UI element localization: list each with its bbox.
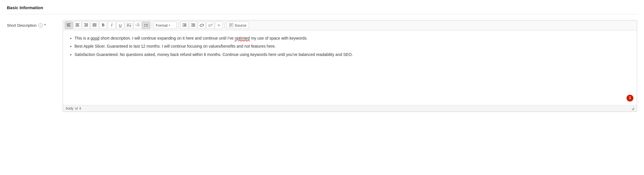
image-button[interactable]: [125, 22, 133, 29]
editor-statusbar: body ul li ◢: [63, 105, 637, 112]
svg-rect-26: [182, 24, 186, 24]
bold-button[interactable]: B: [99, 22, 107, 29]
svg-rect-1: [67, 25, 70, 25]
bullet-item-2: Best Apple Slicer. Guaranteed to last 12…: [74, 43, 631, 49]
toolbar-separator-2: [178, 22, 179, 28]
required-indicator: *: [44, 23, 46, 28]
rich-text-editor: B I U 1.2. Format ▾: [63, 20, 637, 112]
link-button[interactable]: [198, 22, 206, 29]
svg-rect-31: [192, 24, 195, 25]
svg-rect-4: [75, 24, 79, 24]
svg-rect-8: [84, 24, 88, 24]
source-button[interactable]: Source: [227, 22, 249, 29]
svg-rect-5: [76, 25, 79, 25]
editor-toolbar: B I U 1.2. Format ▾: [63, 20, 637, 30]
toolbar-separator-1: [152, 22, 152, 28]
unordered-list-button[interactable]: [142, 22, 150, 29]
bullet1-underline: good: [91, 36, 99, 40]
svg-rect-10: [84, 26, 88, 26]
content-list: This is a good short description. I will…: [74, 35, 631, 58]
svg-rect-2: [67, 26, 71, 26]
svg-point-22: [144, 24, 145, 25]
statusbar-tag-ul: ul: [75, 106, 78, 110]
svg-rect-25: [146, 26, 148, 26]
svg-rect-36: [230, 24, 233, 24]
svg-rect-9: [85, 25, 88, 25]
svg-rect-19: [137, 24, 140, 24]
svg-point-24: [144, 26, 145, 27]
bullet1-post: my use of space with keywords.: [250, 36, 308, 40]
svg-rect-13: [93, 25, 97, 25]
svg-rect-30: [191, 24, 195, 24]
indent-button[interactable]: [180, 22, 189, 29]
bullet-item-3: Satisfaction Guaranteed. No questions as…: [74, 51, 631, 58]
statusbar-tag-body: body: [66, 106, 73, 110]
field-label: Short Description i *: [7, 20, 57, 28]
underline-button[interactable]: U: [116, 22, 124, 29]
italic-button[interactable]: I: [108, 22, 116, 29]
svg-text:2.: 2.: [136, 25, 137, 27]
svg-rect-33: [191, 26, 195, 27]
svg-rect-37: [230, 25, 232, 25]
statusbar-path: body ul li: [66, 106, 81, 110]
bullet1-spellcheck: optimied: [235, 36, 250, 40]
clear-format-button[interactable]: Tx: [215, 22, 223, 29]
section-title: Basic Information: [7, 5, 637, 14]
field-label-text: Short Description: [7, 23, 37, 28]
bullet-item-1: This is a good short description. I will…: [74, 35, 631, 41]
align-center-button[interactable]: [73, 22, 81, 29]
notification-badge: 1: [627, 95, 633, 102]
unlink-button[interactable]: [206, 22, 214, 29]
ordered-list-button[interactable]: 1.2.: [133, 22, 142, 29]
svg-rect-16: [127, 24, 131, 27]
statusbar-tag-li: li: [79, 106, 81, 110]
bullet1-mid: short description. I will continue expan…: [99, 36, 235, 40]
svg-rect-14: [93, 26, 97, 26]
format-dropdown-arrow: ▾: [169, 24, 170, 27]
bullet1-pre: This is a: [74, 36, 91, 40]
align-right-button[interactable]: [82, 22, 90, 29]
resize-handle[interactable]: ◢: [631, 106, 634, 110]
source-label: Source: [235, 23, 246, 28]
svg-rect-38: [230, 25, 233, 26]
format-label: Format: [156, 23, 168, 28]
svg-rect-32: [192, 25, 195, 26]
svg-rect-21: [137, 26, 140, 26]
editor-content-area[interactable]: This is a good short description. I will…: [63, 30, 637, 105]
svg-rect-39: [230, 26, 231, 26]
toolbar-separator-3: [225, 22, 225, 28]
svg-rect-6: [75, 26, 79, 26]
svg-rect-28: [184, 25, 186, 26]
svg-rect-29: [182, 26, 186, 27]
align-left-button[interactable]: [65, 22, 73, 29]
svg-rect-27: [184, 24, 186, 25]
svg-rect-12: [93, 24, 97, 24]
outdent-button[interactable]: [189, 22, 197, 29]
info-icon[interactable]: i: [38, 23, 43, 28]
align-justify-button[interactable]: [91, 22, 99, 29]
svg-rect-23: [146, 24, 148, 25]
format-dropdown[interactable]: Format ▾: [154, 22, 177, 29]
svg-rect-0: [67, 24, 71, 24]
